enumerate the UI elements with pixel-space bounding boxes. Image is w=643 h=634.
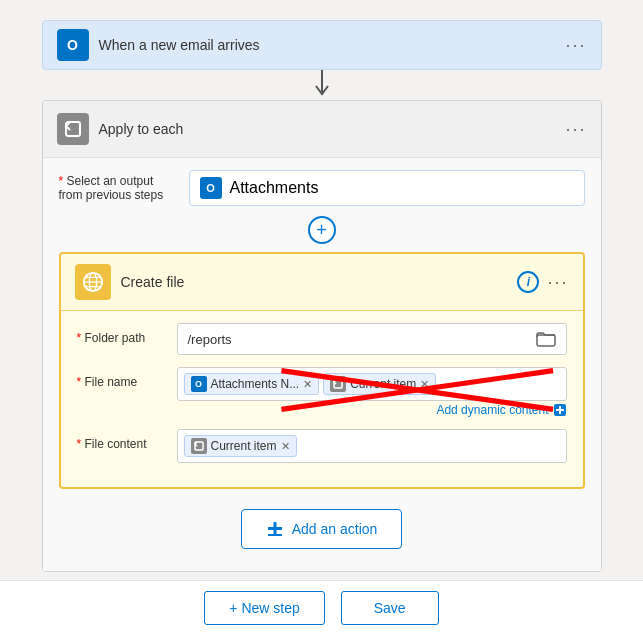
plus-circle-icon[interactable]: + [308,216,336,244]
create-file-body: * Folder path /reports [61,311,583,487]
save-button[interactable]: Save [341,591,439,625]
create-file-icon[interactable] [75,264,111,300]
apply-each-block: Apply to each ··· * Select an outputfrom… [42,100,602,572]
add-dynamic-icon [553,403,567,417]
outlook-icon: O [57,29,89,61]
select-output-label: * Select an outputfrom previous steps [59,174,189,202]
add-dynamic-label: Add dynamic content [436,403,548,417]
folder-path-row: * Folder path /reports [77,323,567,355]
token1-remove[interactable]: ✕ [303,378,312,391]
token1-label: Attachments N... [211,377,300,391]
token2-loop-icon [330,376,346,392]
add-dynamic-content-link[interactable]: Add dynamic content [177,403,567,417]
connector-arrow [310,70,334,100]
loop-icon [57,113,89,145]
token1-outlook-icon: O [191,376,207,392]
file-content-token-remove[interactable]: ✕ [281,440,290,453]
create-file-more-options[interactable]: ··· [547,272,568,293]
info-icon[interactable]: i [517,271,539,293]
create-file-block: Create file i ··· * Folder path /reports [59,252,585,489]
token2-label: Current item [350,377,416,391]
trigger-more-options[interactable]: ··· [565,35,586,56]
folder-path-input[interactable]: /reports [177,323,567,355]
attachments-label: Attachments [230,179,319,197]
folder-browse-icon[interactable] [536,331,556,347]
add-action-label: Add an action [292,521,378,537]
add-action-icon [266,520,284,538]
create-file-title: Create file [121,274,518,290]
create-file-header: Create file i ··· [61,254,583,311]
attachments-name-token[interactable]: O Attachments N... ✕ [184,373,320,395]
trigger-title: When a new email arrives [99,37,566,53]
apply-each-header: Apply to each ··· [43,101,601,158]
file-name-input[interactable]: O Attachments N... ✕ [177,367,567,401]
token2-remove[interactable]: ✕ [420,378,429,391]
attachments-pill[interactable]: O Attachments [189,170,585,206]
svg-rect-17 [268,534,282,536]
file-name-label: * File name [77,367,177,389]
file-content-row: * File content Current item [77,429,567,463]
file-content-loop-icon [191,438,207,454]
svg-rect-16 [273,522,276,536]
apply-each-title: Apply to each [99,121,566,137]
file-content-token[interactable]: Current item ✕ [184,435,297,457]
file-name-token-wrapper: O Attachments N... ✕ [177,367,567,417]
file-content-input[interactable]: Current item ✕ [177,429,567,463]
apply-each-more-options[interactable]: ··· [565,119,586,140]
attachments-outlook-icon: O [200,177,222,199]
add-action-container: Add an action [59,489,585,559]
file-content-label: * File content [77,429,177,451]
current-item-token[interactable]: Current item ✕ [323,373,436,395]
file-name-row: * File name O Attachments N... [77,367,567,417]
folder-path-label: * Folder path [77,323,177,345]
svg-rect-7 [537,335,555,346]
new-step-button[interactable]: + New step [204,591,324,625]
create-file-actions: i ··· [517,271,568,293]
apply-each-body: * Select an outputfrom previous steps O … [43,158,601,571]
folder-path-value: /reports [188,332,232,347]
plus-add-step[interactable]: + [59,216,585,244]
add-action-button[interactable]: Add an action [241,509,403,549]
bottom-toolbar: + New step Save [0,580,643,634]
select-output-row: * Select an outputfrom previous steps O … [59,170,585,206]
file-content-token-label: Current item [211,439,277,453]
email-trigger-block: O When a new email arrives ··· [42,20,602,70]
